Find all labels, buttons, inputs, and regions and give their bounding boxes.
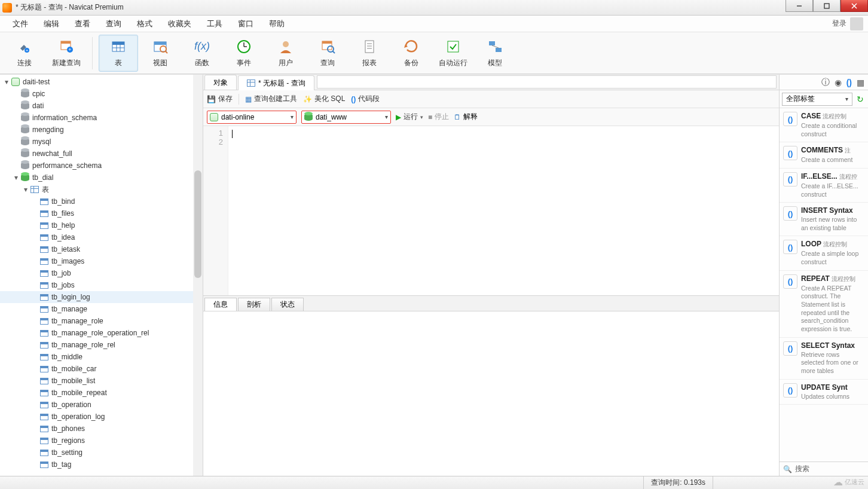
tree-db-open[interactable]: ▾tb_dial: [0, 172, 203, 184]
tb-report[interactable]: 报表: [350, 35, 389, 72]
menu-view[interactable]: 查看: [67, 16, 98, 32]
avatar[interactable]: [850, 17, 863, 30]
menu-file[interactable]: 文件: [5, 16, 36, 32]
editor-code[interactable]: [228, 126, 779, 295]
tb-new-query[interactable]: + 新建查询: [47, 35, 86, 72]
tree-table-tb_manage_role_rel[interactable]: tb_manage_role_rel: [0, 339, 203, 351]
snippet-item[interactable]: () INSERT Syntax Insert new rows into an…: [780, 203, 868, 236]
tab-objects[interactable]: 对象: [204, 75, 237, 90]
tree-db-performance_schema[interactable]: performance_schema: [0, 160, 203, 172]
tree-table-tb_manage_role_operation_rel[interactable]: tb_manage_role_operation_rel: [0, 327, 203, 339]
tree-table-tb_help[interactable]: tb_help: [0, 219, 203, 231]
snippet-item[interactable]: () COMMENTS注 Create a comment: [780, 142, 868, 169]
snippet-search[interactable]: 🔍 搜索: [780, 462, 868, 476]
snippet-item[interactable]: () REPEAT流程控制 Create A REPEAT construct.…: [780, 271, 868, 338]
menu-help[interactable]: 帮助: [261, 16, 292, 32]
tree-table-tb_operation_log[interactable]: tb_operation_log: [0, 411, 203, 423]
run-button[interactable]: ▶ 运行 ▾: [396, 112, 423, 122]
tree-db-newchat_full[interactable]: newchat_full: [0, 148, 203, 160]
plug-icon: +: [16, 38, 33, 56]
menu-favorites[interactable]: 收藏夹: [160, 16, 199, 32]
tb-event[interactable]: 事件: [224, 35, 264, 72]
grid-icon[interactable]: ▦: [857, 78, 864, 87]
tb-backup[interactable]: 备份: [392, 35, 431, 72]
svg-text:+: +: [26, 48, 29, 53]
tree-table-tb_ietask[interactable]: tb_ietask: [0, 243, 203, 255]
tb-automation[interactable]: 自动运行: [433, 35, 473, 72]
tb-query[interactable]: 查询: [308, 35, 347, 72]
tree-scrollbar[interactable]: [193, 75, 203, 476]
tree-table-tb_phones[interactable]: tb_phones: [0, 423, 203, 435]
tree-table-tb_login_log[interactable]: tb_login_log: [0, 291, 203, 303]
tree-table-tb_bind[interactable]: tb_bind: [0, 195, 203, 207]
snippet-desc: Create a simple loop construct: [801, 250, 864, 266]
snippet-item[interactable]: () LOOP流程控制 Create a simple loop constru…: [780, 236, 868, 270]
tree-table-tb_mobile_car[interactable]: tb_mobile_car: [0, 363, 203, 375]
tree-table-tb_setting[interactable]: tb_setting: [0, 447, 203, 459]
tree-item-icon: [20, 149, 30, 158]
tree-tables-folder[interactable]: ▾表: [0, 184, 203, 195]
tree-table-tb_middle[interactable]: tb_middle: [0, 351, 203, 363]
tb-connect[interactable]: + 连接: [5, 35, 44, 72]
tree-db-information_schema[interactable]: information_schema: [0, 112, 203, 124]
tb-user[interactable]: 用户: [266, 35, 305, 72]
save-button[interactable]: 💾 保存: [207, 94, 233, 104]
close-button[interactable]: [841, 0, 868, 12]
database-combo[interactable]: dati_www ▾: [301, 111, 391, 124]
tb-table[interactable]: 表: [99, 35, 138, 72]
tree-table-tb_tag[interactable]: tb_tag: [0, 459, 203, 470]
refresh-icon[interactable]: ↻: [855, 94, 866, 105]
connection-tree[interactable]: ▾daiti-testcpicdatiinformation_schemamen…: [0, 75, 203, 476]
snippet-button[interactable]: () 代码段: [351, 94, 380, 104]
query-builder-button[interactable]: ▦ 查询创建工具: [245, 94, 297, 104]
wand-icon: ✨: [303, 95, 312, 103]
tree-db-mysql[interactable]: mysql: [0, 136, 203, 148]
tree-connection[interactable]: ▾daiti-test: [0, 76, 203, 88]
login-link[interactable]: 登录: [832, 19, 846, 29]
tag-filter-combo[interactable]: 全部标签: [782, 93, 852, 106]
snippet-item[interactable]: () CASE流程控制 Create a conditional constru…: [780, 108, 868, 142]
menu-window[interactable]: 窗口: [230, 16, 261, 32]
menu-tools[interactable]: 工具: [199, 16, 230, 32]
tree-table-tb_idea[interactable]: tb_idea: [0, 231, 203, 243]
info-icon[interactable]: ⓘ: [821, 77, 830, 88]
snippet-item[interactable]: () UPDATE Synt Updates columns: [780, 380, 868, 405]
maximize-button[interactable]: [813, 0, 841, 12]
eye-icon[interactable]: ◉: [835, 78, 842, 87]
tree-table-tb_operation[interactable]: tb_operation: [0, 399, 203, 411]
tree-table-tb_mobile_repeat[interactable]: tb_mobile_repeat: [0, 387, 203, 399]
tb-function[interactable]: f(x) 函数: [182, 35, 222, 72]
snippet-item[interactable]: () SELECT Syntax Retrieve rows selected …: [780, 338, 868, 380]
tree-db-dati[interactable]: dati: [0, 100, 203, 112]
minimize-button[interactable]: [786, 0, 813, 12]
snippet-item[interactable]: () IF...ELSE...流程控 Create a IF...ELSE...…: [780, 169, 868, 203]
tab-input[interactable]: [317, 75, 777, 88]
sql-editor[interactable]: 1 2: [203, 126, 779, 295]
beautify-button[interactable]: ✨ 美化 SQL: [303, 94, 345, 104]
snippet-icon: (): [783, 341, 797, 356]
explain-button[interactable]: 🗒 解释: [454, 112, 478, 122]
menu-format[interactable]: 格式: [129, 16, 160, 32]
tb-model[interactable]: 模型: [475, 35, 515, 72]
tb-view[interactable]: 视图: [140, 35, 180, 72]
tree-table-tb_regions[interactable]: tb_regions: [0, 435, 203, 447]
tree-table-tb_jobs[interactable]: tb_jobs: [0, 279, 203, 291]
line-number: 2: [208, 137, 223, 146]
tab-info[interactable]: 信息: [204, 298, 237, 311]
tree-table-tb_job[interactable]: tb_job: [0, 267, 203, 279]
explain-label: 解释: [463, 112, 478, 122]
tree-db-cpic[interactable]: cpic: [0, 88, 203, 100]
menu-query[interactable]: 查询: [98, 16, 129, 32]
tab-profile[interactable]: 剖析: [238, 298, 270, 311]
tree-table-tb_files[interactable]: tb_files: [0, 207, 203, 219]
tree-table-tb_images[interactable]: tb_images: [0, 255, 203, 267]
tab-query[interactable]: * 无标题 - 查询: [238, 75, 314, 90]
tree-table-tb_manage[interactable]: tb_manage: [0, 303, 203, 315]
tree-table-tb_mobile_list[interactable]: tb_mobile_list: [0, 375, 203, 387]
menu-edit[interactable]: 编辑: [36, 16, 67, 32]
tree-table-tb_manage_role[interactable]: tb_manage_role: [0, 315, 203, 327]
tree-db-mengding[interactable]: mengding: [0, 124, 203, 136]
connection-combo[interactable]: dati-online ▾: [207, 111, 297, 124]
snippet-panel-icon[interactable]: (): [846, 78, 852, 87]
tab-status[interactable]: 状态: [271, 298, 304, 311]
